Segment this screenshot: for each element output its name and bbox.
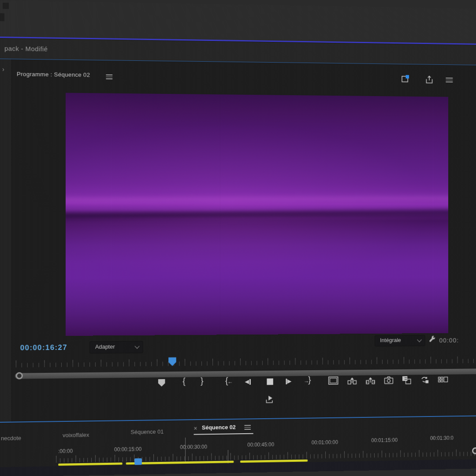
settings-lines-icon[interactable] (446, 78, 453, 83)
play-stop-button[interactable] (267, 379, 273, 385)
video-dark-band (66, 209, 448, 218)
ruler-label: :00:00 (58, 448, 73, 454)
tab-voixoffalex[interactable]: voixoffalex (63, 431, 89, 439)
chevron-down-icon (417, 337, 422, 342)
ruler-label: 00:01:00:00 (312, 439, 338, 446)
ruler-label: 00:00:30:00 (180, 444, 207, 450)
current-timecode[interactable]: 00:00:16:27 (20, 343, 67, 353)
ruler-label: 00:01:15:00 (371, 437, 398, 444)
active-tab-underline (194, 433, 253, 435)
collapsed-panel-rail[interactable]: › (0, 59, 12, 422)
close-tab-icon[interactable]: × (194, 425, 197, 432)
ruler-label: 00:00:15:00 (114, 446, 141, 453)
play-stop-icon (267, 379, 273, 385)
go-to-out-icon: } (308, 375, 311, 385)
timeline-playhead[interactable] (134, 458, 142, 465)
program-monitor-panel: › Programme : Séquence 02 00:00:16:27 Ad… (0, 59, 476, 422)
premiere-window: pack - Modifié › Programme : Séquence 02 (0, 0, 476, 476)
lift-button[interactable] (347, 376, 358, 386)
monitor-scrollbar-knob[interactable] (16, 372, 23, 379)
ruler-label: 00:01:30:0 (430, 435, 454, 441)
step-back-button[interactable]: ◀ (245, 377, 250, 386)
timeline-scrollbar-knob[interactable] (472, 447, 476, 454)
wrench-icon[interactable] (428, 335, 437, 344)
desktop-artifact (3, 3, 9, 9)
step-back-icon: ◀ (245, 377, 249, 386)
panel-menu-icon[interactable] (244, 425, 250, 430)
export-frame-button[interactable] (384, 376, 394, 385)
tab-anecdote[interactable]: necdote (1, 435, 21, 442)
mark-in-button[interactable]: { (182, 377, 185, 386)
overwrite-button[interactable] (420, 375, 430, 385)
panel-title[interactable]: Programme : Séquence 02 (17, 71, 90, 78)
button-editor-button[interactable] (438, 375, 448, 385)
timeline-panel: necdote voixoffalex Séquence 01 × Séquen… (0, 415, 476, 476)
safe-margins-button[interactable] (328, 376, 339, 386)
square-blue-dot-icon[interactable] (400, 74, 410, 84)
video-highlight-band (66, 197, 448, 202)
fit-zoom-value: Adapter (95, 343, 115, 350)
add-marker-icon (158, 379, 165, 387)
ruler-label: 00:00:45:00 (247, 442, 274, 448)
chevron-down-icon (135, 344, 140, 349)
export-media-button[interactable] (264, 394, 275, 405)
playback-quality-value: Intégrale (380, 337, 401, 343)
tab-sequence-01[interactable]: Séquence 01 (130, 428, 164, 435)
extract-button[interactable] (365, 376, 376, 385)
step-forward-button[interactable]: ▶ (286, 377, 292, 386)
video-preview[interactable] (66, 93, 448, 336)
duration-timecode: 00:00: (439, 336, 459, 344)
tab-sequence-02[interactable]: Séquence 02 (202, 424, 236, 431)
quick-export-icon[interactable] (424, 75, 434, 86)
desktop-artifact (0, 13, 4, 21)
mark-out-button[interactable]: } (201, 376, 203, 385)
add-marker-button[interactable] (158, 379, 165, 387)
window-title: pack - Modifié (4, 45, 48, 52)
fit-zoom-dropdown[interactable]: Adapter (89, 341, 143, 354)
panel-menu-icon[interactable] (106, 74, 112, 79)
playback-quality-dropdown[interactable]: Intégrale (375, 335, 425, 346)
insert-button[interactable] (401, 375, 412, 385)
step-forward-icon: ▶ (287, 377, 292, 386)
expand-panel-icon[interactable]: › (2, 65, 4, 73)
go-to-out-button[interactable]: →} (304, 376, 311, 386)
edit-point-line (185, 438, 186, 463)
go-to-in-button[interactable]: {← (225, 376, 233, 387)
